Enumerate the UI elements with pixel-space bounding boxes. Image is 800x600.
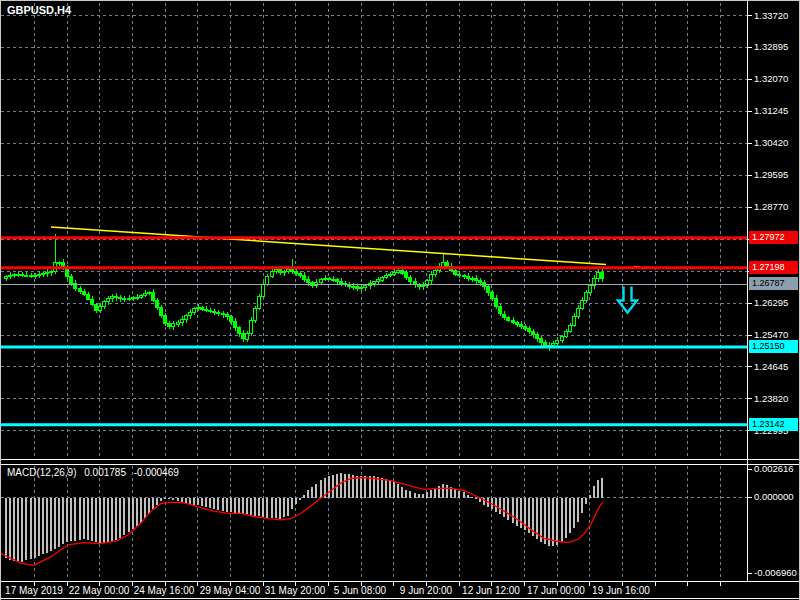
- candle-bull: [569, 326, 572, 332]
- macd-histogram-bar: [516, 498, 518, 526]
- macd-histogram-bar: [573, 498, 575, 528]
- macd-histogram-bar: [601, 478, 603, 498]
- candle-bull: [581, 300, 584, 308]
- candle-bear: [458, 274, 461, 275]
- macd-histogram-bar: [62, 498, 64, 545]
- macd-histogram-bar: [405, 490, 407, 498]
- macd-histogram-bar: [565, 498, 567, 539]
- macd-histogram-bar: [209, 498, 211, 509]
- macd-histogram-bar: [213, 498, 215, 510]
- time-axis-label: 9 Jun 20:00: [400, 585, 452, 596]
- candle-bear: [299, 273, 302, 275]
- macd-histogram-bar: [503, 498, 505, 517]
- macd-histogram-bar: [193, 498, 195, 505]
- candle-bull: [5, 277, 8, 279]
- candle-bull: [107, 299, 110, 302]
- macd-histogram-bar: [426, 492, 428, 498]
- macd-histogram-bar: [91, 498, 93, 542]
- macd-histogram-bar: [181, 498, 183, 502]
- candle-bear: [30, 276, 33, 277]
- candle-bear: [91, 299, 94, 304]
- macd-axis-label: 0.000000: [754, 491, 794, 502]
- time-axis-label: 24 May 16:00: [134, 585, 195, 596]
- price-axis-label: 1.32895: [754, 41, 788, 52]
- macd-histogram-bar: [238, 498, 240, 514]
- candle-bear: [217, 313, 220, 314]
- candle-bear: [160, 308, 163, 316]
- macd-histogram-bar: [418, 494, 420, 497]
- macd-histogram-bar: [593, 486, 595, 498]
- candle-bear: [242, 333, 245, 339]
- macd-histogram-bar: [283, 498, 285, 518]
- candle-bear: [479, 280, 482, 282]
- candle-bull: [144, 293, 147, 295]
- candle-bear: [454, 270, 457, 274]
- candle-bear: [87, 294, 90, 299]
- current-price-label: 1.26787: [749, 277, 798, 290]
- macd-histogram-bar: [544, 498, 546, 545]
- candle-bear: [307, 279, 310, 283]
- macd-histogram-bar: [589, 495, 591, 497]
- macd-histogram-bar: [454, 489, 456, 498]
- macd-histogram-bar: [360, 476, 362, 497]
- macd-histogram-bar: [99, 498, 101, 544]
- macd-histogram-bar: [172, 498, 174, 500]
- macd-histogram-bar: [95, 498, 97, 543]
- macd-histogram-bar: [13, 498, 15, 562]
- macd-histogram-bar: [320, 480, 322, 497]
- candle-bull: [246, 333, 249, 339]
- candle-bear: [291, 269, 294, 271]
- candle-bull: [271, 272, 274, 277]
- macd-histogram-bar: [275, 498, 277, 519]
- macd-histogram-bar: [356, 476, 358, 498]
- time-axis-label: 19 Jun 16:00: [592, 585, 650, 596]
- candle-bull: [389, 274, 392, 276]
- time-axis-label: 29 May 04:00: [200, 585, 261, 596]
- macd-histogram-bar: [561, 498, 563, 543]
- candle-bear: [491, 292, 494, 298]
- candle-bull: [385, 276, 388, 278]
- macd-histogram-bar: [279, 498, 281, 519]
- macd-histogram-bar: [467, 495, 469, 498]
- support-price-label-1.23142[interactable]: 1.23142: [749, 418, 798, 431]
- candle-bear: [340, 282, 343, 284]
- candle-bull: [99, 306, 102, 310]
- candle-bull: [377, 280, 380, 282]
- macd-histogram-bar: [144, 498, 146, 519]
- candle-bull: [262, 285, 265, 297]
- support-price-label-1.25150[interactable]: 1.25150: [749, 340, 798, 353]
- time-axis-label: 17 May 2019: [5, 585, 63, 596]
- macd-histogram-bar: [119, 498, 121, 538]
- macd-histogram-bar: [30, 498, 32, 560]
- macd-histogram-bar: [217, 498, 219, 511]
- candle-bear: [507, 318, 510, 320]
- macd-histogram-bar: [389, 480, 391, 497]
- macd-histogram-bar: [471, 497, 473, 498]
- candle-bull: [258, 296, 261, 308]
- candle-bull: [111, 296, 114, 299]
- macd-histogram-bar: [299, 498, 301, 501]
- macd-histogram-bar: [344, 474, 346, 498]
- resistance-price-label-1.27972[interactable]: 1.27972: [749, 231, 798, 244]
- macd-histogram-bar: [556, 498, 558, 545]
- macd-histogram-bar: [585, 498, 587, 505]
- macd-histogram-bar: [230, 498, 232, 513]
- candle-bear: [401, 271, 404, 273]
- candle-bull: [561, 337, 564, 341]
- candle-bear: [279, 269, 282, 272]
- macd-histogram-bar: [271, 498, 273, 518]
- candle-bear: [475, 279, 478, 281]
- time-axis-label: 17 Jun 00:00: [527, 585, 585, 596]
- resistance-price-label-1.27198[interactable]: 1.27198: [749, 261, 798, 274]
- candle-bear: [295, 271, 298, 273]
- macd-histogram-bar: [136, 498, 138, 527]
- candle-bull: [123, 299, 126, 300]
- macd-histogram-bar: [222, 498, 224, 511]
- macd-histogram-bar: [17, 498, 19, 562]
- macd-histogram-bar: [569, 498, 571, 534]
- candle-bear: [205, 309, 208, 310]
- candle-bear: [238, 327, 241, 333]
- sell-arrow-down-icon[interactable]: [618, 287, 637, 313]
- macd-histogram-bar: [348, 474, 350, 498]
- candle-bull: [364, 286, 367, 288]
